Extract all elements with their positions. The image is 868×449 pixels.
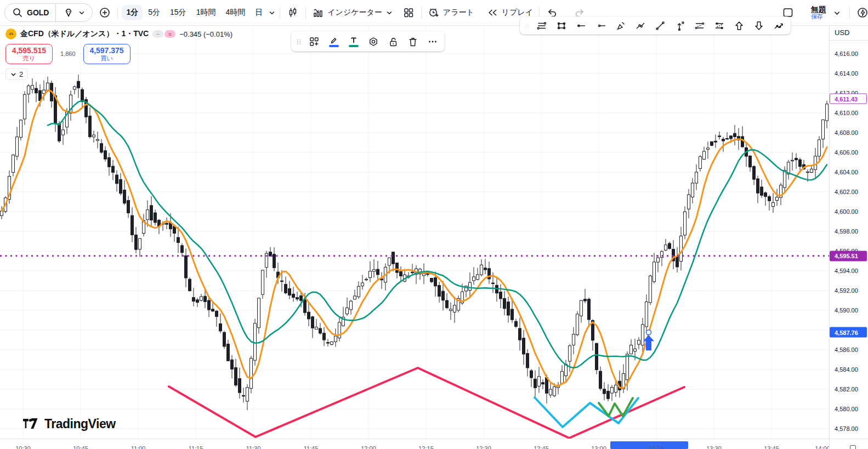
timeframe-chevron-icon[interactable] xyxy=(268,9,276,16)
price-tick: 4,592.00 xyxy=(835,287,858,294)
parallel-lines-tool[interactable] xyxy=(533,18,551,34)
delete-button[interactable] xyxy=(404,33,422,50)
symbol-search[interactable]: GOLD xyxy=(5,4,55,21)
line-color-button[interactable] xyxy=(325,33,343,50)
symbol-name: GOLD xyxy=(27,8,49,17)
gold-coin-icon xyxy=(5,29,16,39)
time-tick: 13:00 xyxy=(591,445,606,449)
favorite-tools-toolbar xyxy=(520,16,791,35)
indicators-chevron-icon xyxy=(385,9,393,16)
template-icon xyxy=(308,36,320,48)
time-tick: 11:15 xyxy=(189,445,203,449)
vertical-arrow-tool[interactable] xyxy=(671,18,689,34)
disjoint-line-icon xyxy=(634,20,646,32)
text-icon xyxy=(348,36,360,44)
add-to-layout-button[interactable] xyxy=(305,33,323,50)
currency-button[interactable]: USD xyxy=(830,25,868,41)
time-tick: 11:30 xyxy=(246,445,261,449)
axis-settings-icon[interactable] xyxy=(850,445,856,449)
parallel-channel-tool[interactable] xyxy=(711,18,728,34)
symbol-legend: 金CFD（米ドル／オンス）・1・TVC − ≈ −0.345 (−0.01%) … xyxy=(5,29,232,80)
pink-zigzag-drawing[interactable] xyxy=(169,368,684,438)
price-tick: 4,578.00 xyxy=(835,425,858,432)
drag-handle-icon[interactable] xyxy=(294,36,303,48)
price-axis[interactable]: USD 4,616.004,614.004,612.004,610.004,60… xyxy=(829,25,868,439)
ma-slow-line[interactable] xyxy=(48,101,827,368)
horizontal-line-icon xyxy=(575,20,587,32)
replay-icon xyxy=(486,7,498,19)
indicators-button[interactable]: インジケーター xyxy=(310,7,395,19)
current-price-label: 4,611.43 xyxy=(830,94,867,104)
lock-button[interactable] xyxy=(384,33,402,50)
more-options-button[interactable] xyxy=(424,33,441,50)
marker-price-label: 4,587.76 xyxy=(830,327,867,338)
layout-name: 無題 xyxy=(811,5,826,14)
layout-grid-icon xyxy=(402,7,415,19)
layout-grid-button[interactable] xyxy=(400,4,417,21)
horizontal-ray-icon xyxy=(595,20,607,32)
approx-pill: ≈ xyxy=(164,30,175,38)
visual-order-button[interactable] xyxy=(365,33,382,50)
price-tick: 4,602.00 xyxy=(835,189,858,195)
brand-text: TradingView xyxy=(44,417,116,431)
blue-zigzag-drawing[interactable] xyxy=(535,397,638,427)
brush-tool[interactable] xyxy=(612,18,629,34)
disjoint-line-tool[interactable] xyxy=(632,18,649,34)
price-tick: 4,606.00 xyxy=(835,149,858,156)
flat-channel-tool[interactable] xyxy=(691,18,708,34)
alert-label: アラート xyxy=(443,8,474,18)
price-tick: 4,580.00 xyxy=(835,406,858,412)
save-label: 保存 xyxy=(811,14,826,20)
time-tick: 12:30 xyxy=(476,445,491,449)
layout-save[interactable]: 無題 保存 xyxy=(811,5,826,20)
timeframe-15m[interactable]: 15分 xyxy=(166,5,191,20)
timeframe-5m[interactable]: 5分 xyxy=(144,5,164,20)
time-axis[interactable]: 10:3010:4511:0011:1511:3011:4512:0012:15… xyxy=(0,439,830,449)
market-status-button[interactable] xyxy=(55,4,92,21)
text-color-button[interactable] xyxy=(345,33,362,50)
time-tick: 13:45 xyxy=(764,445,779,449)
candles-layer xyxy=(1,75,829,410)
chart-style-button[interactable] xyxy=(284,4,302,21)
timeframe-1d[interactable]: 日 xyxy=(251,5,267,20)
lock-open-icon xyxy=(387,36,399,48)
price-tick: 4,608.00 xyxy=(835,129,858,136)
chart-canvas[interactable] xyxy=(0,25,830,439)
ma-fast-line[interactable] xyxy=(2,90,827,388)
timeframe-1h[interactable]: 1時間 xyxy=(192,5,220,20)
indicators-icon xyxy=(312,7,324,19)
sell-label: 売り xyxy=(6,55,52,62)
time-tick: 12:45 xyxy=(534,445,549,449)
timeframe-4h[interactable]: 4時間 xyxy=(221,5,249,20)
symbol-title[interactable]: 金CFD（米ドル／オンス）・1・TVC xyxy=(20,29,149,39)
arrow-up-icon xyxy=(733,20,745,32)
indicator-count: 2 xyxy=(19,70,23,78)
quick-actions-button[interactable] xyxy=(854,4,868,21)
add-symbol-button[interactable] xyxy=(96,4,114,21)
arrow-down-tool[interactable] xyxy=(750,18,768,34)
arrow-up-tool[interactable] xyxy=(730,18,748,34)
trend-arrow-tool[interactable] xyxy=(770,18,787,34)
horizontal-line-tool[interactable] xyxy=(572,18,590,34)
candlestick-icon xyxy=(287,7,299,19)
price-tick: 4,614.00 xyxy=(835,70,858,77)
minus-pill: − xyxy=(152,30,163,38)
timeframe-1m[interactable]: 1分 xyxy=(122,5,143,20)
plus-circle-icon xyxy=(99,7,111,19)
time-tick: 11:00 xyxy=(131,445,146,449)
buy-button[interactable]: 4,597.375 買い xyxy=(83,44,131,64)
time-tick: 10:30 xyxy=(15,445,31,449)
price-tick: 4,616.00 xyxy=(835,50,858,57)
alert-button[interactable]: アラート xyxy=(426,7,476,19)
indicators-collapse-button[interactable]: 2 xyxy=(5,69,27,80)
sell-button[interactable]: 4,595.515 売り xyxy=(5,44,53,64)
trend-line-tool[interactable] xyxy=(651,18,669,34)
time-tick: 14:00 xyxy=(815,445,830,449)
layout-chevron-icon[interactable] xyxy=(833,9,841,17)
data-status-pills[interactable]: − ≈ xyxy=(152,30,175,38)
drag-handle-icon[interactable] xyxy=(523,20,531,32)
drawing-anchor-handle[interactable] xyxy=(646,330,651,335)
rectangle-tool[interactable] xyxy=(553,18,570,34)
horizontal-ray-tool[interactable] xyxy=(592,18,610,34)
timeframe-group: 1分 5分 15分 1時間 4時間 日 xyxy=(122,5,276,20)
